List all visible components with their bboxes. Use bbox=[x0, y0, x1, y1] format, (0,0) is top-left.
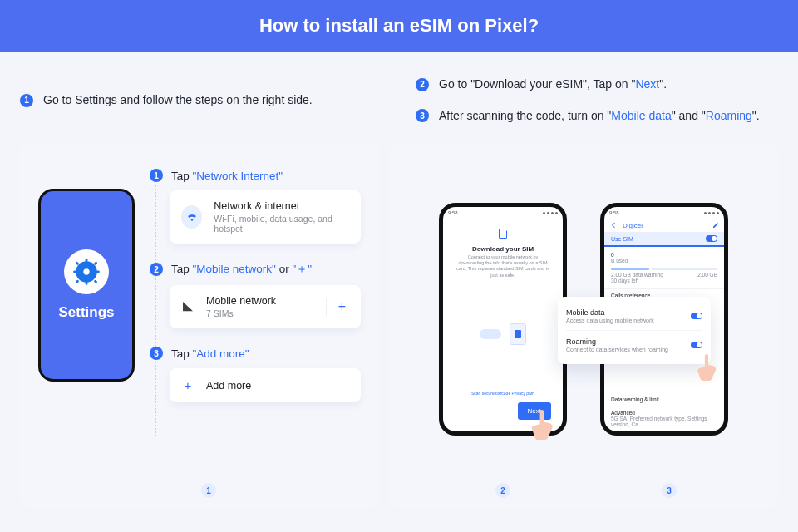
card-addmore-title: Add more bbox=[206, 380, 251, 392]
card-mobile-sub: 7 SIMs bbox=[206, 308, 276, 318]
page-header: How to install an eSIM on Pixel? bbox=[0, 0, 798, 52]
settings-label: Settings bbox=[58, 304, 114, 321]
step-number-1: 1 bbox=[20, 94, 33, 107]
intro-step-1-text: Go to Settings and follow the steps on t… bbox=[43, 92, 313, 109]
sim-icon bbox=[499, 229, 507, 239]
phone-mock-2: 9:58 Download your SIM Connect to your m… bbox=[439, 203, 567, 436]
download-sim-title: Download your SIM bbox=[472, 245, 534, 253]
next-button[interactable]: Next bbox=[518, 402, 551, 420]
card-network-sub: Wi-Fi, mobile, data usage, and hotspot bbox=[214, 214, 349, 234]
svg-rect-2 bbox=[86, 259, 88, 262]
right-panel: 9:58 Download your SIM Connect to your m… bbox=[389, 142, 778, 508]
use-sim-toggle[interactable] bbox=[706, 235, 717, 242]
card-network-title: Network & internet bbox=[214, 200, 349, 212]
status-time-3: 9:58 bbox=[609, 210, 619, 215]
data-usage-zero: 0 bbox=[611, 252, 717, 258]
wifi-icon bbox=[181, 205, 202, 229]
status-bar-2: 9:58 bbox=[443, 207, 563, 219]
intro-section: 1 Go to Settings and follow the steps on… bbox=[0, 52, 798, 134]
svg-point-1 bbox=[83, 269, 89, 275]
use-sim-row[interactable]: Use SIM bbox=[604, 232, 724, 247]
data-days-left: 30 days left bbox=[611, 278, 638, 283]
download-sim-illustration bbox=[448, 323, 558, 345]
data-warning: 2.00 GB data warning bbox=[611, 272, 663, 278]
page-title: How to install an eSIM on Pixel? bbox=[259, 15, 539, 37]
sub-step-number-2: 2 bbox=[150, 263, 163, 276]
mobile-data-row[interactable]: Mobile data Access data using mobile net… bbox=[566, 305, 702, 327]
data-total: 2.00 GB bbox=[697, 272, 717, 278]
plus-icon: + bbox=[181, 378, 195, 392]
overlay-toggles-card: Mobile data Access data using mobile net… bbox=[558, 297, 711, 364]
card-network-internet[interactable]: Network & internet Wi-Fi, mobile, data u… bbox=[170, 190, 361, 244]
panels-row: Settings 1 Tap "Network Internet" Networ… bbox=[0, 134, 798, 525]
step-number-2: 2 bbox=[416, 78, 429, 91]
intro-right: 2 Go to "Download your eSIM", Tap on "Ne… bbox=[399, 76, 778, 124]
card-mobile-network[interactable]: Mobile network 7 SIMs + bbox=[170, 285, 361, 328]
sub-steps-column: 1 Tap "Network Internet" Network & inter… bbox=[150, 169, 361, 470]
svg-rect-5 bbox=[96, 271, 100, 273]
svg-rect-7 bbox=[94, 279, 98, 283]
sim-card-icon bbox=[510, 323, 526, 345]
card-mobile-plus[interactable]: + bbox=[326, 298, 349, 316]
appbar: Digicel bbox=[604, 219, 724, 232]
sub-step-1-text: Tap "Network Internet" bbox=[171, 170, 283, 182]
data-warning-limit: Data warning & limit bbox=[611, 397, 717, 402]
mobile-data-sub: Access data using mobile network bbox=[566, 318, 654, 323]
pointer-hand-icon bbox=[528, 408, 556, 441]
svg-rect-4 bbox=[73, 271, 76, 273]
data-usage-used: B used bbox=[611, 258, 717, 264]
gear-icon bbox=[72, 258, 101, 286]
use-sim-label: Use SIM bbox=[611, 236, 633, 242]
edit-icon[interactable] bbox=[712, 222, 719, 229]
roaming-title: Roaming bbox=[566, 337, 668, 346]
gear-icon-wrap bbox=[64, 249, 109, 294]
sub-step-number-3: 3 bbox=[150, 347, 163, 360]
panel-badge-3: 3 bbox=[662, 483, 677, 498]
panel-badge-1: 1 bbox=[201, 483, 216, 498]
mobile-data-link: Mobile data bbox=[611, 109, 671, 122]
advanced-sub: 5G SA, Preferred network type, Settings … bbox=[611, 416, 717, 427]
carrier-title: Digicel bbox=[623, 222, 643, 229]
cloud-icon bbox=[480, 329, 501, 339]
download-sim-desc: Connect to your mobile network by downlo… bbox=[448, 253, 558, 278]
step-number-3: 3 bbox=[416, 109, 429, 122]
status-bar-3: 9:58 bbox=[604, 207, 724, 219]
left-panel: Settings 1 Tap "Network Internet" Networ… bbox=[20, 142, 379, 508]
mobile-data-toggle[interactable] bbox=[691, 313, 702, 319]
card-mobile-title: Mobile network bbox=[206, 295, 276, 307]
pointer-hand-icon-2 bbox=[694, 352, 719, 382]
signal-icon bbox=[181, 300, 195, 313]
status-time-2: 9:58 bbox=[448, 210, 458, 215]
next-link: Next bbox=[635, 77, 659, 91]
panel-badge-2: 2 bbox=[495, 483, 510, 498]
roaming-link: Roaming bbox=[706, 109, 752, 122]
sub-step-3-text: Tap "Add more" bbox=[171, 347, 249, 360]
sub-step-3: 3 Tap "Add more" + Add more bbox=[150, 347, 361, 402]
back-arrow-icon[interactable] bbox=[609, 221, 618, 229]
advanced: Advanced bbox=[611, 410, 717, 416]
phone-mock-3: 9:58 Digicel Use SIM 0 B used bbox=[600, 203, 728, 436]
card-add-more[interactable]: + Add more bbox=[170, 368, 361, 402]
intro-step-3-text: After scanning the code, turn on "Mobile… bbox=[439, 108, 760, 125]
intro-step-2-text: Go to "Download your eSIM", Tap on "Next… bbox=[439, 76, 667, 93]
svg-rect-9 bbox=[75, 279, 79, 283]
sub-step-number-1: 1 bbox=[150, 169, 163, 182]
settings-phone-mock: Settings bbox=[38, 189, 135, 382]
download-sim-footer: Scan secure barcode Privacy path bbox=[466, 391, 539, 396]
sub-step-2-text: Tap "Mobile network" or "＋" bbox=[171, 262, 312, 277]
sub-step-2: 2 Tap "Mobile network" or "＋" Mobile net… bbox=[150, 262, 361, 328]
svg-rect-3 bbox=[86, 282, 88, 285]
sub-step-1: 1 Tap "Network Internet" Network & inter… bbox=[150, 169, 361, 244]
mobile-data-title: Mobile data bbox=[566, 308, 654, 317]
roaming-sub: Connect to data services when roaming bbox=[566, 347, 668, 352]
roaming-toggle[interactable] bbox=[691, 342, 702, 348]
intro-left: 1 Go to Settings and follow the steps on… bbox=[20, 76, 399, 124]
roaming-row[interactable]: Roaming Connect to data services when ro… bbox=[566, 330, 702, 356]
